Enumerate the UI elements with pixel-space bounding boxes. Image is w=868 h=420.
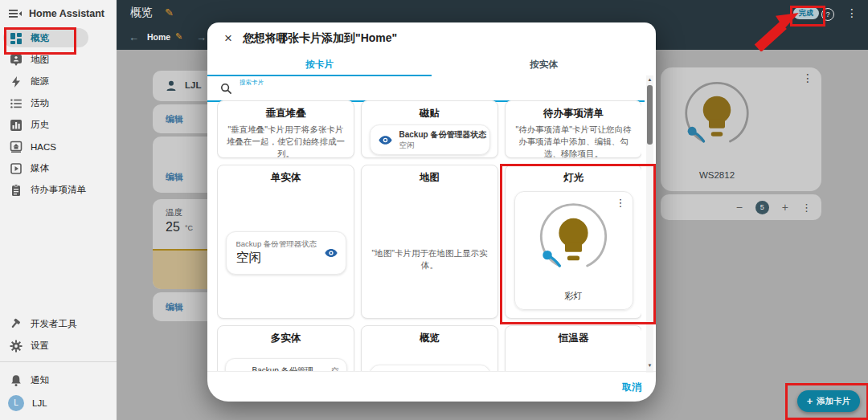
card-option-description: "垂直堆叠"卡片用于将多张卡片堆叠在一起，使它们始终排成一列。	[218, 124, 354, 158]
sidebar-item-label: 概览	[31, 32, 49, 44]
sidebar-item-label: 活动	[31, 97, 49, 109]
hacs-icon	[10, 141, 23, 153]
dialog-scrollbar-thumb[interactable]	[647, 85, 653, 145]
entity-name: Backup 备份管理器状态	[236, 239, 325, 250]
tile-entity-name: Backup 备份管理器状态	[399, 129, 487, 141]
sidebar-item-settings[interactable]: 设置	[0, 335, 117, 357]
hammer-icon	[10, 318, 23, 331]
close-icon[interactable]: ×	[220, 31, 236, 47]
user-name: LJL	[32, 398, 47, 408]
edit-title-pencil-icon[interactable]: ✎	[165, 6, 174, 18]
map-icon	[10, 54, 23, 67]
card-option-title: 概览	[420, 332, 440, 345]
bulb-icon	[559, 218, 588, 261]
scrollbar-down-icon[interactable]: ▼	[646, 363, 653, 368]
edit-button[interactable]: 编辑	[166, 301, 183, 313]
card-option-glance[interactable]: 概览 Backup Sun 下个 Sun 下个	[361, 325, 498, 371]
todo-clipboard-icon	[10, 184, 23, 197]
history-chart-icon	[10, 119, 23, 132]
card-picker-scroll-area[interactable]: 垂直堆叠 "垂直堆叠"卡片用于将多张卡片堆叠在一起，使它们始终排成一列。 磁贴 …	[217, 100, 641, 371]
edit-button[interactable]: 编辑	[166, 113, 183, 125]
card-option-title: 磁贴	[420, 107, 440, 120]
done-button-label: 完成	[799, 8, 813, 18]
sidebar-header: Home Assistant	[0, 0, 117, 27]
help-icon[interactable]: ?	[821, 8, 834, 21]
person-icon	[165, 80, 178, 92]
card-option-todo-list[interactable]: 待办事项清单 "待办事项清单"卡片可让您向待办事项清单中添加、编辑、勾选、移除项…	[505, 100, 641, 158]
avatar: L	[8, 395, 24, 411]
card-option-tile[interactable]: 磁贴 Backup 备份管理器状态 空闲	[361, 100, 498, 158]
app-title: Home Assistant	[29, 8, 104, 19]
card-option-title: 地图	[420, 171, 440, 185]
sidebar-item-label: 地图	[31, 54, 49, 66]
card-option-description: "地图"卡片用于在地图上显示实体。	[362, 247, 497, 271]
tab-by-card[interactable]: 按卡片	[207, 55, 432, 76]
entity-name: Backup 备份管理器...	[252, 365, 326, 371]
plus-icon: +	[807, 395, 813, 407]
sidebar-item-energy[interactable]: 能源	[0, 71, 117, 92]
sidebar-item-todo[interactable]: 待办事项清单	[0, 179, 117, 201]
sidebar-item-map[interactable]: 地图	[0, 49, 117, 71]
light-card-ws2812[interactable]: ⋮ WS2812	[661, 67, 821, 191]
card-option-title: 垂直堆叠	[266, 107, 306, 120]
light-brightness-dial[interactable]	[531, 198, 616, 283]
card-option-description: "待办事项清单"卡片可让您向待办事项清单中添加、编辑、勾选、移除项目。	[506, 124, 641, 158]
card-option-title: 多实体	[271, 332, 301, 345]
light-card-name: WS2812	[661, 170, 773, 180]
view-tab-home[interactable]: Home	[147, 32, 170, 42]
card-option-single-entity[interactable]: 单实体 Backup 备份管理器状态 空闲	[217, 165, 354, 319]
cancel-button[interactable]: 取消	[622, 381, 641, 394]
counter-card: − 5 + ⋮	[661, 194, 821, 220]
sidebar-item-hacs[interactable]: HACS	[0, 136, 117, 157]
activity-list-icon	[10, 97, 23, 110]
sidebar-item-media[interactable]: 媒体	[0, 157, 117, 179]
done-button[interactable]: 完成	[793, 7, 819, 19]
bulb-icon	[703, 96, 731, 137]
light-card-preview: ⋮ 彩灯	[514, 191, 633, 310]
forward-arrow-icon[interactable]: →	[196, 31, 207, 43]
tab-label: 按实体	[530, 59, 558, 71]
sidebar-item-history[interactable]: 历史	[0, 114, 117, 136]
tab-label: 按卡片	[305, 59, 334, 71]
light-brightness-dial[interactable]	[677, 77, 757, 157]
help-glyph: ?	[825, 10, 829, 18]
card-option-thermostat[interactable]: 恒温器	[505, 325, 641, 371]
sidebar-item-developer-tools[interactable]: 开发者工具	[0, 313, 117, 335]
scrollbar-up-icon[interactable]: ▲	[646, 77, 653, 82]
dashboard-icon	[10, 32, 23, 45]
eye-icon	[379, 133, 392, 147]
temperature-label: 温度	[166, 207, 182, 218]
dialog-title: 您想将哪张卡片添加到"Home"	[243, 31, 397, 46]
edit-button[interactable]: 编辑	[166, 171, 183, 183]
add-card-dialog: × 您想将哪张卡片添加到"Home" 按卡片 按实体 搜索卡片 垂直堆叠 "垂直…	[207, 22, 656, 402]
energy-icon	[10, 75, 23, 88]
back-arrow-icon[interactable]: ←	[129, 31, 139, 43]
sidebar-item-user[interactable]: L LJL	[0, 392, 117, 414]
card-menu-icon[interactable]: ⋮	[802, 72, 813, 84]
bell-icon	[10, 374, 23, 387]
card-option-light[interactable]: 灯光 ⋮ 彩灯	[505, 165, 641, 319]
plus-icon[interactable]: +	[782, 201, 788, 214]
sidebar-item-label: 设置	[31, 340, 49, 352]
sidebar-item-activity[interactable]: 活动	[0, 92, 117, 114]
card-option-title: 待办事项清单	[543, 107, 604, 120]
search-field[interactable]: 搜索卡片	[207, 76, 645, 102]
sidebar-item-notifications[interactable]: 通知	[0, 369, 117, 391]
dial-handle[interactable]	[542, 251, 551, 259]
add-card-button[interactable]: + 添加卡片	[797, 390, 860, 412]
card-menu-icon[interactable]: ⋮	[616, 197, 626, 209]
sidebar-item-label: 开发者工具	[31, 318, 77, 330]
sidebar-item-overview[interactable]: 概览	[0, 27, 117, 49]
card-option-multi-entity[interactable]: 多实体 Backup 备份管理器... 空闲	[217, 325, 354, 371]
minus-icon[interactable]: −	[736, 201, 743, 214]
edit-view-pencil-icon[interactable]: ✎	[175, 31, 182, 42]
sidebar: Home Assistant 概览 地图 能源 活动 历史 HACS 媒体 待办…	[0, 0, 117, 420]
overflow-menu-icon[interactable]: ⋮	[846, 7, 858, 18]
card-option-vertical-stack[interactable]: 垂直堆叠 "垂直堆叠"卡片用于将多张卡片堆叠在一起，使它们始终排成一列。	[217, 100, 354, 158]
menu-toggle-icon[interactable]	[8, 7, 23, 20]
tab-by-entity[interactable]: 按实体	[432, 55, 656, 75]
card-option-map[interactable]: 地图 "地图"卡片用于在地图上显示实体。	[361, 165, 498, 319]
sidebar-divider	[0, 361, 117, 362]
card-menu-icon[interactable]: ⋮	[801, 202, 812, 214]
dial-handle[interactable]	[688, 127, 697, 136]
